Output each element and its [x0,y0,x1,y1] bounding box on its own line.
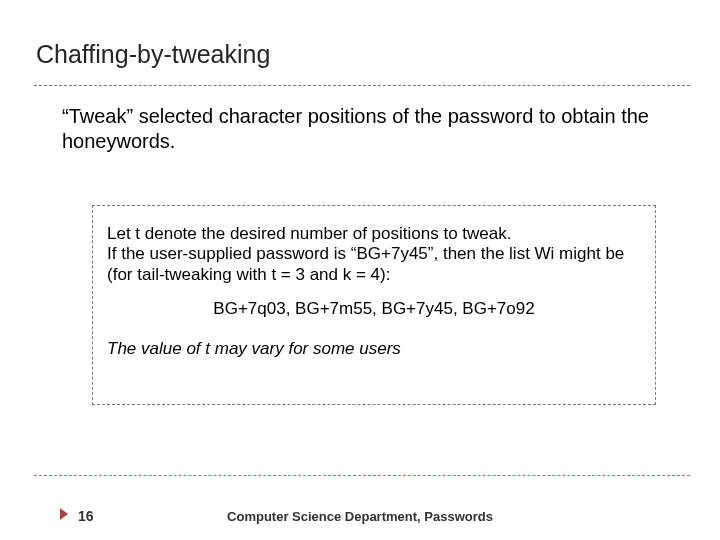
footer-divider [34,475,690,476]
box-note: The value of t may vary for some users [107,339,641,359]
box-paragraph: Let t denote the desired number of posit… [107,224,641,285]
footer: 16 Computer Science Department, Password… [0,498,720,522]
slide-title: Chaffing-by-tweaking [36,40,690,69]
footer-text: Computer Science Department, Passwords [0,509,720,524]
slide: Chaffing-by-tweaking “Tweak” selected ch… [0,0,720,540]
box-example-line: BG+7q03, BG+7m55, BG+7y45, BG+7o92 [107,299,641,319]
title-block: Chaffing-by-tweaking [0,0,720,75]
intro-text: “Tweak” selected character positions of … [0,86,720,154]
example-box: Let t denote the desired number of posit… [92,205,656,405]
